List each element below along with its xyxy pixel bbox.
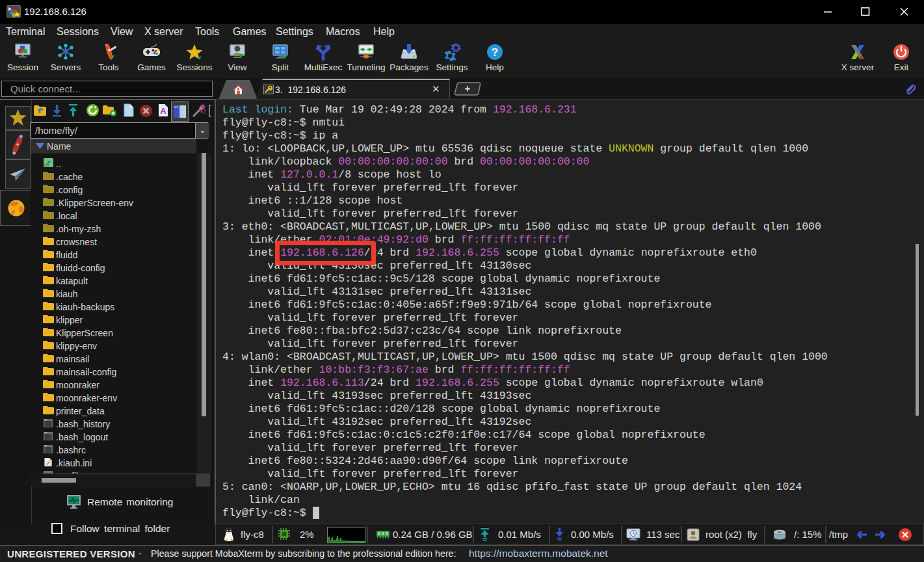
svg-text:A: A [160,106,166,116]
svg-text:?: ? [492,46,498,59]
